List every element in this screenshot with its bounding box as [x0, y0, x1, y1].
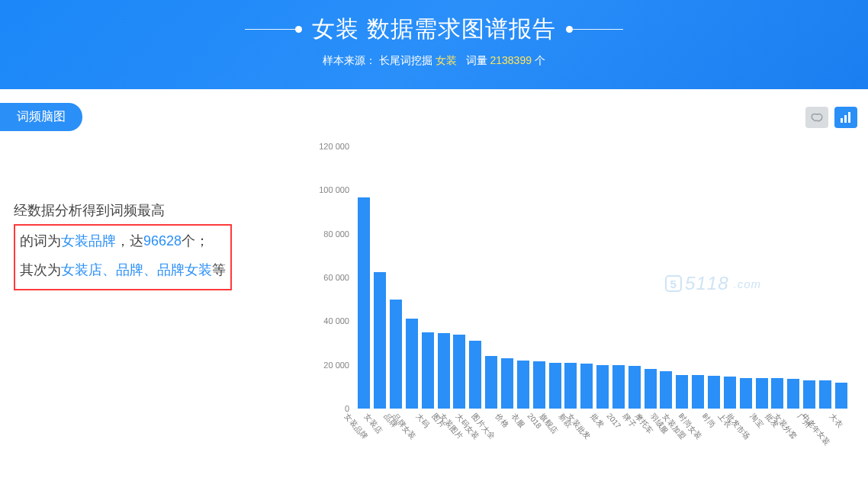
bar-col: 女装店	[373, 146, 387, 409]
txt: 的词为	[20, 233, 61, 248]
bar-col: 上衣	[722, 146, 737, 409]
analysis-line1: 经数据分析得到词频最高	[14, 197, 297, 226]
bar[interactable]	[580, 364, 593, 409]
plot-area: 女装品牌女装店品牌品牌女装大码图片女装图片大码女装图片大全价格衣服2018旗舰店…	[354, 146, 851, 409]
txt: 个；	[182, 233, 209, 248]
bar[interactable]	[692, 375, 704, 409]
bar[interactable]	[564, 363, 577, 409]
top-count: 96628	[143, 233, 182, 248]
bar-col: 羽绒服	[659, 146, 674, 409]
bar-col: 女装外套	[786, 146, 801, 409]
bar[interactable]	[549, 363, 561, 409]
svg-rect-0	[841, 118, 843, 123]
page-title: 女装 数据需求图谱报告	[312, 14, 555, 45]
sample-keyword: 女装	[436, 54, 457, 66]
count-value: 2138399	[490, 54, 532, 66]
bar[interactable]	[406, 319, 418, 409]
bar[interactable]	[724, 377, 736, 409]
toolbar: 词频脑图	[0, 89, 868, 136]
report-header: 女装 数据需求图谱报告 样本来源： 长尾词挖掘 女装 词量 2138399 个	[0, 0, 868, 89]
chart-view-button[interactable]	[834, 107, 857, 128]
bar-col: 女装批发	[580, 146, 594, 409]
x-tick-label: 大码	[413, 412, 432, 430]
bar-col: 新款	[564, 146, 578, 409]
bar[interactable]	[438, 333, 450, 409]
brain-icon	[810, 112, 824, 123]
bar[interactable]	[533, 361, 545, 409]
bar[interactable]	[517, 361, 529, 409]
bar-col: 时尚女装	[691, 146, 706, 409]
bar[interactable]	[676, 375, 688, 409]
bars: 女装品牌女装店品牌品牌女装大码图片女装图片大码女装图片大全价格衣服2018旗舰店…	[354, 146, 851, 409]
txt: 其次为	[20, 262, 61, 277]
bar[interactable]	[708, 376, 720, 409]
x-tick-label: 价格	[493, 412, 511, 430]
bar[interactable]	[374, 272, 386, 409]
next-words: 女装店、品牌、品牌女装	[61, 262, 212, 277]
bar-col: 2018	[532, 146, 546, 409]
frequency-bar-chart: 女装品牌女装店品牌品牌女装大码图片女装图片大码女装图片大全价格衣服2018旗舰店…	[305, 139, 854, 459]
bar[interactable]	[453, 335, 465, 409]
x-tick-label: 2017	[605, 412, 622, 430]
decor-line-right	[570, 29, 623, 30]
bar[interactable]	[628, 366, 641, 409]
brain-view-button[interactable]	[805, 107, 828, 128]
svg-rect-1	[844, 115, 847, 123]
bar[interactable]	[485, 356, 497, 409]
bar[interactable]	[771, 378, 783, 409]
analysis-panel: 经数据分析得到词频最高 的词为女装品牌，达96628个； 其次为女装店、品牌、品…	[0, 136, 305, 290]
bar-col: 品牌	[389, 146, 403, 409]
bar[interactable]	[501, 358, 513, 409]
sample-source: 长尾词挖掘	[379, 54, 432, 66]
bar[interactable]	[596, 365, 609, 409]
content: 经数据分析得到词频最高 的词为女装品牌，达96628个； 其次为女装店、品牌、品…	[0, 136, 868, 459]
analysis-line2: 的词为女装品牌，达96628个；	[20, 227, 226, 256]
txt: 等	[212, 262, 226, 277]
bar-col: 摩托车	[643, 146, 657, 409]
top-word: 女装品牌	[61, 233, 116, 248]
bar-col: 图片大全	[484, 146, 499, 409]
x-tick-label: 衣服	[509, 412, 527, 430]
bar[interactable]	[390, 300, 402, 409]
y-tick-label: 60 000	[305, 273, 349, 282]
svg-rect-2	[848, 112, 850, 123]
bar[interactable]	[422, 332, 434, 409]
view-switch	[805, 107, 857, 128]
bar-chart-icon	[840, 112, 852, 123]
sample-label: 样本来源：	[323, 54, 376, 66]
bar-col: 品牌女装	[405, 146, 420, 409]
bar-col: 批发	[596, 146, 610, 409]
bar-col: 2017	[612, 146, 626, 409]
bar[interactable]	[612, 365, 625, 409]
bar-col: 中老年女装	[818, 146, 832, 409]
bar[interactable]	[740, 378, 752, 409]
bar[interactable]	[660, 371, 672, 409]
bar[interactable]	[835, 383, 847, 409]
bar-col: 女装加盟	[675, 146, 690, 409]
count-label: 词量	[466, 54, 487, 66]
bar[interactable]	[645, 369, 657, 409]
bar-col: 女装图片	[452, 146, 467, 409]
bar[interactable]	[819, 380, 831, 409]
bar-col: 衣服	[516, 146, 530, 409]
sample-info: 样本来源： 长尾词挖掘 女装 词量 2138399 个	[0, 54, 868, 68]
title-row: 女装 数据需求图谱报告	[0, 14, 868, 45]
chart-wrap: 5 5118 .com 女装品牌女装店品牌品牌女装大码图片女装图片大码女装图片大…	[305, 136, 868, 459]
bar[interactable]	[787, 379, 799, 409]
bar[interactable]	[358, 197, 370, 409]
analysis-highlight-box: 的词为女装品牌，达96628个； 其次为女装店、品牌、品牌女装等	[14, 224, 232, 291]
bar[interactable]	[469, 341, 481, 409]
bar-col: 女装品牌	[357, 146, 371, 409]
x-tick-label: 批发	[588, 412, 606, 430]
bar-col: 大码	[420, 146, 435, 409]
bar-col: 批发市场	[738, 146, 753, 409]
bar[interactable]	[756, 378, 768, 409]
tab-word-freq-map[interactable]: 词频脑图	[0, 103, 82, 131]
bar[interactable]	[803, 380, 815, 409]
analysis-line3: 其次为女装店、品牌、品牌女装等	[20, 256, 226, 285]
y-tick-label: 40 000	[305, 316, 349, 325]
count-suffix: 个	[535, 54, 545, 66]
y-tick-label: 100 000	[305, 185, 349, 194]
y-tick-label: 20 000	[305, 361, 349, 370]
bar-col: 广州	[802, 146, 817, 409]
